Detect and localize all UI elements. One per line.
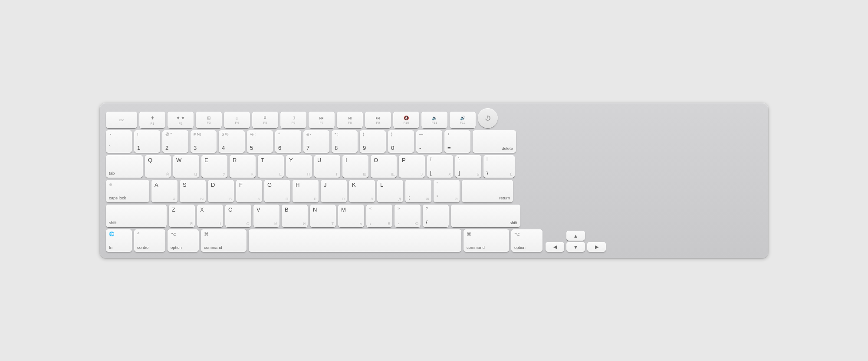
spotlight-icon: ⌕	[236, 116, 238, 120]
key-j[interactable]: J О	[321, 180, 347, 202]
key-arrow-left[interactable]: ◀	[546, 242, 564, 252]
key-w[interactable]: W Ц	[173, 155, 199, 178]
key-6[interactable]: ^ 6	[275, 130, 301, 153]
key-c[interactable]: C С	[225, 205, 251, 227]
key-shift-left[interactable]: shift	[106, 205, 167, 227]
key-2[interactable]: @ " 2	[162, 130, 188, 153]
key-arrow-down[interactable]: ▼	[566, 242, 585, 252]
key-g[interactable]: G П	[264, 180, 290, 202]
backtick-char: `	[109, 145, 129, 151]
key-a[interactable]: A Ф	[151, 180, 178, 202]
key-backtick[interactable]: ~ `	[106, 130, 132, 153]
gt-char: >	[398, 207, 418, 211]
key-f6[interactable]: ☽ F6	[280, 112, 306, 128]
key-command-right[interactable]: ⌘ command	[464, 229, 509, 252]
key-backslash[interactable]: | \ Ё	[483, 155, 515, 178]
key-5[interactable]: % : 5	[247, 130, 273, 153]
key-e[interactable]: E У	[201, 155, 227, 178]
s-ru: Ы	[200, 197, 204, 201]
key-r[interactable]: R К	[230, 155, 256, 178]
comma-ru: Б	[388, 222, 390, 226]
key-f7[interactable]: ⏮ F7	[309, 112, 335, 128]
key-f1[interactable]: ✦ F1	[139, 112, 165, 128]
key-l[interactable]: L Д	[377, 180, 403, 202]
key-n[interactable]: N Т	[310, 205, 336, 227]
key-command-left[interactable]: ⌘ command	[201, 229, 247, 252]
key-q[interactable]: Q Й	[145, 155, 171, 178]
key-t[interactable]: T Е	[258, 155, 284, 178]
key-semicolon[interactable]: : ; Ж	[405, 180, 431, 202]
key-period[interactable]: > . Ю	[395, 205, 421, 227]
key-control[interactable]: ^ control	[134, 229, 165, 252]
key-b[interactable]: B И	[282, 205, 308, 227]
squote-char: '	[437, 195, 457, 200]
key-power[interactable]	[478, 108, 498, 128]
key-comma[interactable]: < , Б	[366, 205, 392, 227]
key-3[interactable]: # № 3	[191, 130, 217, 153]
key-k[interactable]: K Л	[349, 180, 375, 202]
asdf-row: caps lock A Ф S Ы D В F А G П H Р J О	[106, 180, 762, 202]
percent-char: % :	[250, 132, 270, 136]
key-bracket-r[interactable]: } ] Ъ	[455, 155, 481, 178]
key-option-right[interactable]: ⌥ option	[511, 229, 542, 252]
key-arrow-right[interactable]: ▶	[587, 242, 606, 252]
key-p[interactable]: P З	[399, 155, 425, 178]
f8-label: F8	[348, 121, 352, 125]
key-caps-lock[interactable]: caps lock	[106, 180, 149, 202]
pipe-char: |	[487, 157, 512, 161]
question-char: ?	[426, 207, 446, 211]
key-minus[interactable]: — -	[416, 130, 442, 153]
l-char: L	[380, 182, 400, 188]
key-shift-right[interactable]: shift	[451, 205, 520, 227]
key-arrow-up[interactable]: ▲	[566, 231, 585, 241]
key-tab[interactable]: tab	[106, 155, 143, 178]
dash-upper-char: —	[419, 132, 439, 136]
key-8[interactable]: * ; 8	[332, 130, 358, 153]
key-h[interactable]: H Р	[293, 180, 319, 202]
key-m[interactable]: M Ь	[338, 205, 364, 227]
key-x[interactable]: X Ч	[197, 205, 223, 227]
v-char: V	[256, 207, 276, 212]
option-left-icon: ⌥	[171, 232, 176, 237]
key-f12[interactable]: 🔊 F12	[450, 112, 476, 128]
f10-label: F10	[404, 121, 409, 125]
key-bracket-l[interactable]: { [ Х	[427, 155, 453, 178]
key-4[interactable]: $ % 4	[219, 130, 245, 153]
key-slash[interactable]: ? /	[423, 205, 449, 227]
0-char: 0	[391, 145, 411, 151]
key-equal[interactable]: + =	[444, 130, 470, 153]
key-y[interactable]: Y Н	[286, 155, 312, 178]
key-v[interactable]: V М	[253, 205, 279, 227]
key-0[interactable]: ) 0	[388, 130, 414, 153]
q-ru: Й	[166, 172, 169, 176]
key-option-left[interactable]: ⌥ option	[168, 229, 199, 252]
key-f5[interactable]: 🎙 F5	[252, 112, 278, 128]
key-return[interactable]: return	[462, 180, 513, 202]
key-f[interactable]: F А	[236, 180, 262, 202]
key-s[interactable]: S Ы	[180, 180, 206, 202]
key-space[interactable]	[249, 229, 461, 252]
key-7[interactable]: & · 7	[303, 130, 329, 153]
e-ru: У	[223, 172, 225, 176]
key-f9[interactable]: ⏭ F9	[365, 112, 391, 128]
key-f4[interactable]: ⌕ F4	[224, 112, 250, 128]
caps-lock-indicator	[109, 183, 112, 186]
key-f10[interactable]: 🔇 F10	[393, 112, 419, 128]
key-esc[interactable]: esc	[106, 112, 137, 128]
key-1[interactable]: ! 1	[134, 130, 160, 153]
key-i[interactable]: I Ш	[342, 155, 368, 178]
key-d[interactable]: D В	[208, 180, 234, 202]
key-o[interactable]: O Щ	[371, 155, 397, 178]
lbracket-ru: Х	[448, 172, 451, 176]
g-ru: П	[286, 197, 288, 201]
key-f2[interactable]: ✦✦ F2	[168, 112, 194, 128]
key-quote[interactable]: " ' Э	[434, 180, 460, 202]
key-fn[interactable]: 🌐 fn	[106, 229, 132, 252]
key-f8[interactable]: ⏯ F8	[337, 112, 363, 128]
key-z[interactable]: Z Я	[169, 205, 195, 227]
key-f3[interactable]: ⊞ F3	[196, 112, 222, 128]
key-u[interactable]: U Г	[314, 155, 340, 178]
key-delete[interactable]: delete	[473, 130, 516, 153]
key-f11[interactable]: 🔉 F11	[421, 112, 447, 128]
key-9[interactable]: ( 9	[360, 130, 386, 153]
